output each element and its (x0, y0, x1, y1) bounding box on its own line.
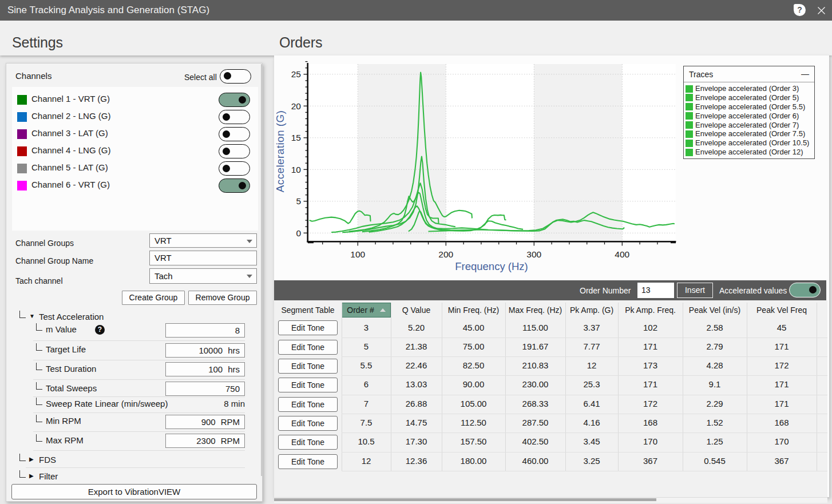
svg-text:Frequency (Hz): Frequency (Hz) (455, 260, 528, 272)
svg-text:10: 10 (291, 165, 302, 174)
svg-text:200: 200 (438, 249, 453, 259)
svg-text:400: 400 (615, 249, 629, 259)
svg-text:0: 0 (296, 228, 301, 238)
svg-text:100: 100 (350, 249, 365, 259)
svg-text:5: 5 (296, 196, 301, 206)
svg-text:25: 25 (291, 69, 301, 79)
svg-text:Acceleration (G): Acceleration (G) (274, 110, 286, 193)
svg-text:20: 20 (291, 101, 302, 111)
svg-text:300: 300 (526, 249, 541, 259)
svg-text:15: 15 (291, 133, 301, 142)
